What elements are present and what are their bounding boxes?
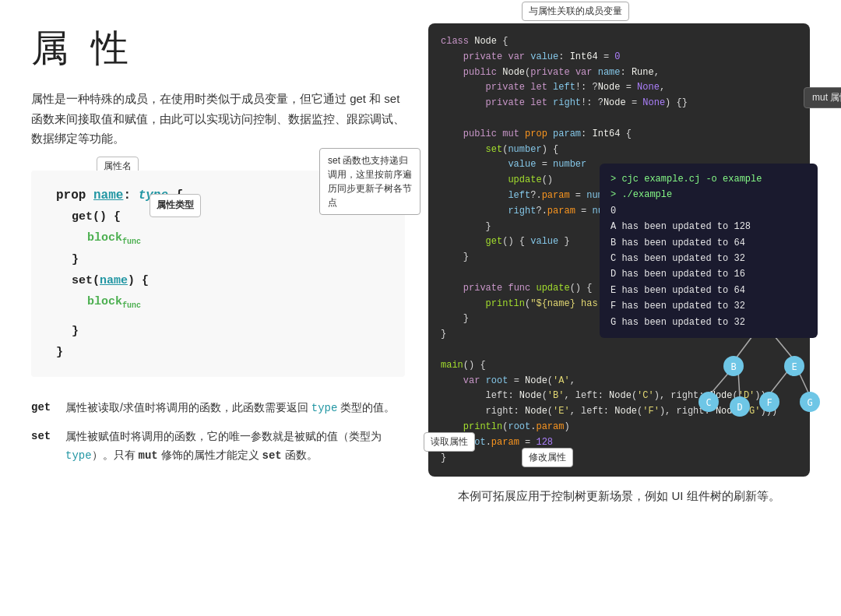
get-label: get (31, 399, 56, 418)
set-tooltip-text: set 函数也支持递归调用，这里按前序遍历同步更新子树各节点 (328, 155, 412, 208)
code-line-5: private let right!: ?Node = None) {} (441, 96, 797, 111)
code-line-1: class Node { (441, 34, 797, 50)
code-line-25: } (441, 451, 797, 466)
set-label: set (31, 428, 56, 466)
prop-type-annotation: 属性类型 (150, 194, 201, 217)
mut-set-annotation: mut 属性中才能定义 set (804, 87, 841, 108)
terminal-line-7: D has been updated to 16 (611, 266, 807, 282)
terminal-line-1: > cjc example.cj -o example (611, 171, 807, 187)
kw-set-name: name (100, 274, 128, 287)
tree-label-F: F (766, 397, 772, 408)
code-line-2: private var value: Int64 = 0 (441, 50, 797, 65)
code-line-7: set(number) { (441, 143, 797, 158)
tree-label-D: D (737, 402, 742, 413)
tree-label-C: C (706, 397, 711, 408)
set-close: } (56, 321, 388, 342)
kw-block-get: blockfunc (87, 231, 141, 245)
tree-label-B: B (730, 361, 736, 372)
description: 属性是一种特殊的成员，在使用时类似于成员变量，但它通过 get 和 set 函数… (31, 89, 405, 149)
get-close: } (56, 249, 388, 270)
kw-prop: prop (56, 188, 93, 202)
kw-set: set (72, 274, 93, 287)
read-attr-annotation: 读取属性 (424, 432, 475, 452)
set-text: 属性被赋值时将调用的函数，它的唯一参数就是被赋的值（类型为 type）。只有 m… (65, 428, 405, 466)
terminal-line-3: 0 (611, 203, 807, 219)
colon: : (123, 188, 138, 202)
code-line-6: public mut prop param: Int64 { (441, 127, 797, 143)
code-line-24: root.param = 128 (441, 435, 797, 451)
right-panel: 与属性关联的成员变量 class Node { private var valu… (428, 23, 810, 504)
bottom-note: 本例可拓展应用于控制树更新场景，例如 UI 组件树的刷新等。 (428, 489, 810, 504)
kw-block-set: blockfunc (87, 295, 141, 308)
tree-label-G: G (807, 397, 812, 408)
get-text: 属性被读取/求值时将调用的函数，此函数需要返回 type 类型的值。 (65, 399, 395, 418)
tree-label-E: E (791, 361, 797, 372)
get-explanation: get 属性被读取/求值时将调用的函数，此函数需要返回 type 类型的值。 (31, 399, 405, 418)
set-paren-open: ( (93, 274, 100, 287)
kw-name: name (93, 188, 123, 202)
right-wrapper: 与属性关联的成员变量 class Node { private var valu… (428, 23, 810, 477)
terminal-line-9: F has been updated to 32 (611, 298, 807, 314)
terminal-line-10: G has been updated to 32 (611, 315, 807, 330)
member-var-annotation: 与属性关联的成员变量 (522, 2, 629, 21)
terminal-line-8: E has been updated to 64 (611, 283, 807, 298)
get-parens: () { (93, 210, 121, 224)
terminal-line-6: C has been updated to 32 (611, 251, 807, 266)
terminal-line-5: B has been updated to 64 (611, 235, 807, 251)
code-line-3: public Node(private var name: Rune, (441, 65, 797, 81)
write-attr-annotation: 修改属性 (522, 448, 573, 467)
set-paren-close: ) { (128, 274, 149, 287)
kw-get: get (72, 210, 93, 224)
svg-line-4 (771, 371, 788, 392)
terminal-line-2: > ./example (611, 187, 807, 202)
code-line-4: private let left!: ?Node = None, (441, 80, 797, 96)
outer-close: } (56, 342, 388, 363)
left-panel: 属 性 属性是一种特殊的成员，在使用时类似于成员变量，但它通过 get 和 se… (31, 23, 405, 475)
set-tooltip: set 函数也支持递归调用，这里按前序遍历同步更新子树各节点 (319, 148, 420, 215)
set-line: set(name) { (56, 270, 388, 291)
terminal-box: > cjc example.cj -o example > ./example … (600, 164, 818, 338)
page-title: 属 性 (31, 23, 405, 73)
terminal-line-4: A has been updated to 128 (611, 219, 807, 234)
set-explanation: set 属性被赋值时将调用的函数，它的唯一参数就是被赋的值（类型为 type）。… (31, 428, 405, 466)
